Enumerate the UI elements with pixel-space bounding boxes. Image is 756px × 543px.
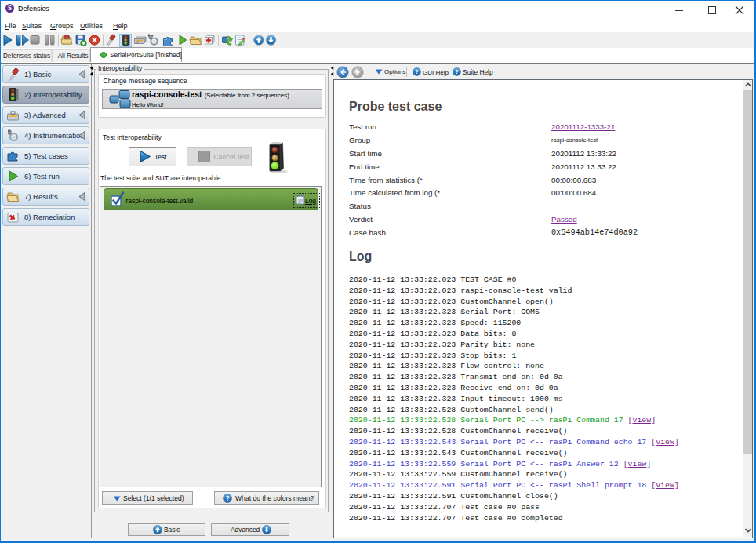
svg-text:?: ?: [225, 494, 229, 502]
svg-text:?: ?: [415, 68, 419, 75]
svg-text:?: ?: [455, 68, 459, 75]
